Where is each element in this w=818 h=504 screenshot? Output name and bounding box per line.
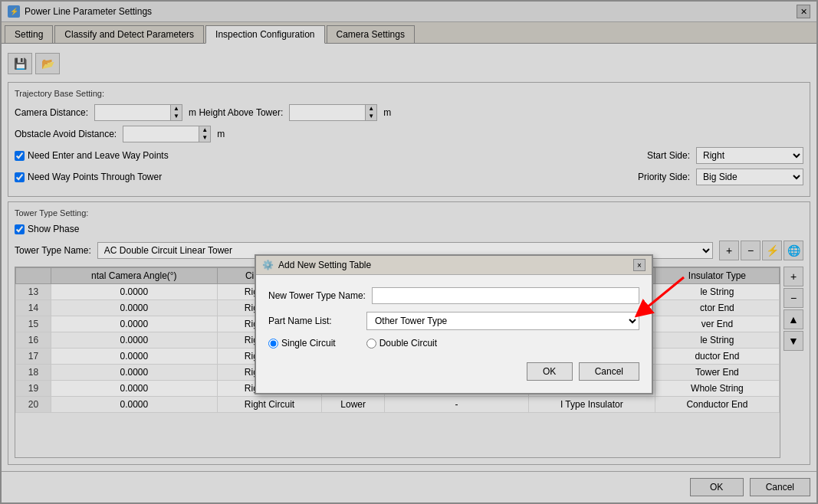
circuit-type-row: Single Circuit Double Circuit [268, 338, 639, 349]
part-name-select[interactable]: Other Tower Type Standard Tower Type [366, 312, 639, 330]
new-tower-row: New Tower Type Name: New Tower Type0 [268, 287, 639, 304]
modal-title-bar: ⚙️ Add New Setting Table × [256, 256, 652, 275]
part-name-label: Part Name List: [268, 316, 360, 326]
main-window: ⚡ Power Line Parameter Settings ✕ Settin… [0, 0, 818, 504]
modal-ok-button[interactable]: OK [527, 362, 573, 381]
double-circuit-label: Double Circuit [379, 338, 437, 349]
double-circuit-radio[interactable] [366, 339, 376, 349]
modal-cancel-button[interactable]: Cancel [579, 362, 639, 381]
single-circuit-radio[interactable] [268, 339, 278, 349]
modal-title-text: Add New Setting Table [278, 260, 371, 270]
modal-content: New Tower Type Name: New Tower Type0 Par… [256, 275, 652, 393]
modal-dialog: ⚙️ Add New Setting Table × New Tower Typ… [255, 254, 653, 394]
new-tower-input[interactable]: New Tower Type0 [372, 287, 639, 304]
double-circuit-item: Double Circuit [366, 338, 437, 349]
single-circuit-label: Single Circuit [281, 338, 336, 349]
modal-footer: OK Cancel [268, 356, 639, 381]
modal-icon: ⚙️ [262, 260, 274, 270]
single-circuit-item: Single Circuit [268, 338, 336, 349]
new-tower-label: New Tower Type Name: [268, 290, 366, 301]
modal-close-button[interactable]: × [633, 259, 646, 271]
part-name-row: Part Name List: Other Tower Type Standar… [268, 312, 639, 330]
modal-overlay: ⚙️ Add New Setting Table × New Tower Typ… [2, 2, 816, 502]
